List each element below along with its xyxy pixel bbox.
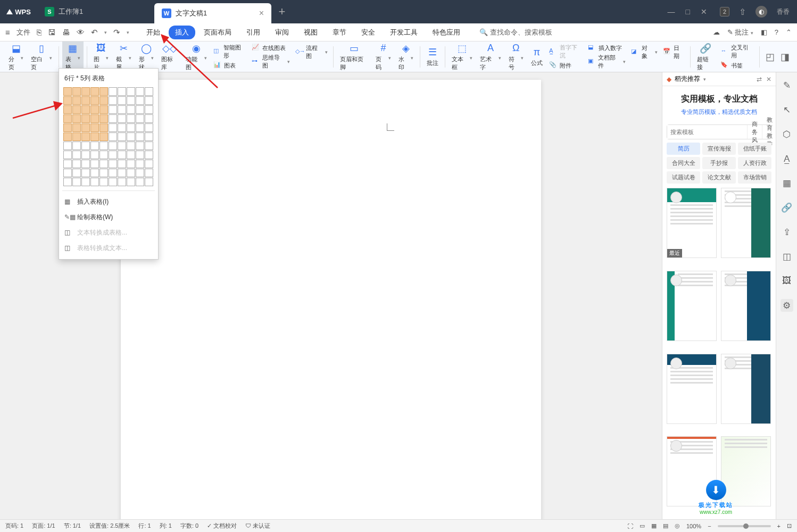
undo-more[interactable]: ▾ [104,30,107,35]
category-poster[interactable]: 宣传海报 [702,143,736,155]
grid-cell[interactable] [81,87,90,96]
attachment-button[interactable]: 📎附件 [549,61,583,70]
status-section[interactable]: 节: 1/1 [64,522,81,530]
grid-cell[interactable] [81,151,90,159]
grid-cell[interactable] [63,178,72,186]
grid-cell[interactable] [118,178,126,186]
grid-cell[interactable] [72,151,81,159]
grid-cell[interactable] [127,105,135,114]
hyperlink-button[interactable]: 🔗超链接 [694,41,717,72]
textbox-button[interactable]: ⬚文本框▾ [449,41,476,72]
grid-cell[interactable] [118,132,126,141]
grid-cell[interactable] [81,178,90,186]
grid-cell[interactable] [127,87,135,96]
status-words[interactable]: 字数: 0 [180,522,198,530]
zoom-knob[interactable] [743,523,749,529]
grid-cell[interactable] [118,105,126,114]
zoom-in-button[interactable]: + [777,523,781,529]
view-web-icon[interactable]: ▦ [651,522,657,529]
grid-cell[interactable] [81,96,90,105]
grid-cell[interactable] [90,142,99,150]
tab-insert[interactable]: 插入 [169,26,195,39]
grid-cell[interactable] [99,160,108,168]
grid-cell[interactable] [99,142,108,150]
grid-cell[interactable] [118,96,126,105]
image-tool-icon[interactable]: 🖼 [781,275,793,287]
link-tool-icon[interactable]: 🔗 [781,201,793,214]
category-marketing[interactable]: 市场营销 [738,171,771,184]
wps-logo[interactable]: WPS [0,0,37,23]
maximize-button[interactable]: □ [686,7,690,16]
insert-table-item[interactable]: ▦插入表格(I) [62,194,155,210]
grid-cell[interactable] [136,96,144,105]
category-hr[interactable]: 人资行政 [738,157,771,169]
status-page-num[interactable]: 页码: 1 [5,522,23,530]
shapes-button[interactable]: ◯形状▾ [136,41,157,72]
picture-button[interactable]: 🖼图片▾ [90,41,112,72]
date-button[interactable]: 📅日期 [663,44,685,60]
grid-cell[interactable] [90,178,99,186]
print-preview-icon[interactable]: 👁 [77,28,85,37]
cloud-icon[interactable]: ☁ [713,28,720,36]
grid-cell[interactable] [99,87,108,96]
object-button[interactable]: ◪对象▾ [631,44,658,60]
tab-features[interactable]: 特色应用 [426,26,467,39]
grid-cell[interactable] [136,160,144,168]
grid-cell[interactable] [145,123,153,132]
user-avatar[interactable]: ◐ [756,6,767,18]
grid-cell[interactable] [72,87,81,96]
grid-cell[interactable] [136,142,144,150]
grid-cell[interactable] [63,87,72,96]
grid-cell[interactable] [99,178,108,186]
document-page[interactable] [121,80,541,519]
grid-cell[interactable] [90,151,99,159]
grid-cell[interactable] [109,178,117,186]
grid-cell[interactable] [136,151,144,159]
table-size-grid[interactable] [62,86,155,187]
grid-cell[interactable] [118,114,126,123]
grid-cell[interactable] [63,105,72,114]
grid-cell[interactable] [145,87,153,96]
grid-cell[interactable] [118,151,126,159]
grid-tool-icon[interactable]: ▦ [781,177,793,189]
equation-button[interactable]: π公式 [528,41,546,72]
grid-cell[interactable] [90,132,99,141]
grid-cell[interactable] [72,142,81,150]
grid-cell[interactable] [90,87,99,96]
grid-cell[interactable] [99,123,108,132]
skin-icon[interactable]: ◧ [761,28,767,36]
insertnum-button[interactable]: ⬓插入数字 [588,44,626,52]
category-resume[interactable]: 简历 [667,143,700,155]
grid-cell[interactable] [63,132,72,141]
grid-cell[interactable] [109,114,117,123]
open-icon[interactable]: ⎘ [37,28,41,37]
chart-button[interactable]: 📊图表 [213,61,247,70]
category-handnote[interactable]: 手抄报 [702,157,736,169]
grid-cell[interactable] [127,96,135,105]
pagenum-button[interactable]: #页码▾ [372,41,394,72]
tab-security[interactable]: 安全 [355,26,381,39]
help-icon[interactable]: ? [775,28,778,36]
wordart-button[interactable]: A艺术字▾ [477,41,504,72]
print-icon[interactable]: 🖶 [62,28,70,37]
grid-cell[interactable] [72,114,81,123]
grid-cell[interactable] [72,123,81,132]
category-exam[interactable]: 试题试卷 [667,171,700,184]
grid-cell[interactable] [145,96,153,105]
grid-cell[interactable] [99,114,108,123]
status-auth[interactable]: 🛡 未认证 [245,522,270,530]
grid-cell[interactable] [145,160,153,168]
status-setting[interactable]: 设置值: 2.5厘米 [89,522,130,530]
clip-tool-icon[interactable]: ⬡ [781,128,793,140]
grid-cell[interactable] [136,123,144,132]
smartart-button[interactable]: ◫智能图形 [213,44,247,60]
grid-cell[interactable] [145,132,153,141]
mindmap-button[interactable]: ⊶思维导图▾ [252,54,289,70]
view-outline-icon[interactable]: ▤ [663,522,668,529]
tab-reference[interactable]: 引用 [240,26,267,39]
redo-more[interactable]: ▾ [127,30,129,35]
grid-cell[interactable] [136,114,144,123]
grid-cell[interactable] [63,160,72,168]
settings-tool-icon[interactable]: ⚙ [781,299,793,312]
panel-close-icon[interactable]: ✕ [766,76,771,83]
